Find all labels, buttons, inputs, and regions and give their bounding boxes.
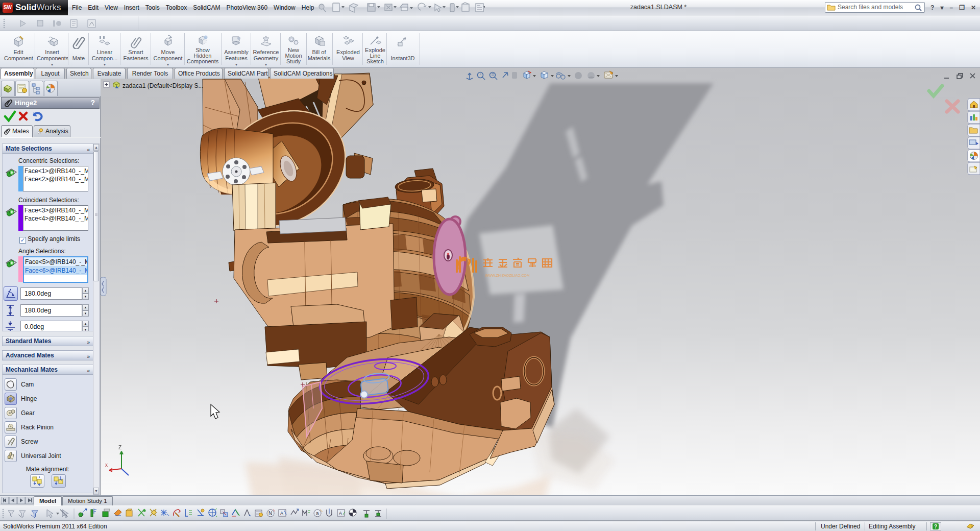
svg-text:a: a — [316, 511, 319, 516]
svg-text:zadaca1 (Default<Display S...: zadaca1 (Default<Display S... — [122, 82, 203, 89]
svg-text:?: ? — [934, 524, 937, 529]
svg-text:N: N — [268, 511, 272, 516]
svg-text:WWW.ZHIZAOZILIAO.COM: WWW.ZHIZAOZILIAO.COM — [485, 274, 530, 277]
svg-text:A: A — [280, 511, 283, 516]
svg-text:A: A — [339, 511, 342, 516]
svg-text:x: x — [105, 462, 108, 468]
svg-text:Z: Z — [118, 445, 121, 450]
